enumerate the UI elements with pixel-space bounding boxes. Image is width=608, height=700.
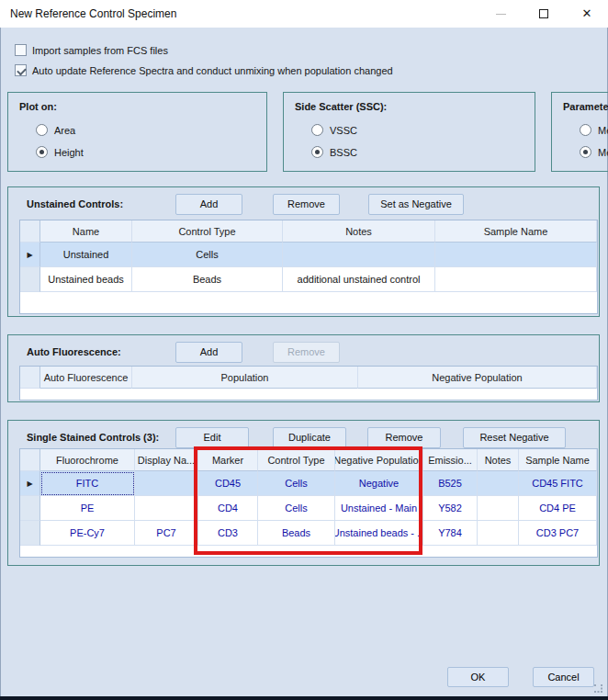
radio-bssc[interactable]: BSSC: [311, 145, 357, 159]
table-cell[interactable]: [478, 471, 519, 496]
edit-button[interactable]: Edit: [175, 427, 249, 448]
duplicate-button[interactable]: Duplicate: [273, 427, 346, 448]
remove-button[interactable]: Remove: [273, 342, 340, 363]
row-selector[interactable]: ▶: [20, 243, 40, 267]
radio-label: Height: [54, 147, 84, 158]
radio-label: Me: [598, 147, 608, 158]
table-cell[interactable]: Unstained: [40, 243, 132, 267]
radio-area[interactable]: Area: [36, 123, 75, 137]
radio-parameter-2[interactable]: Me: [580, 145, 608, 159]
table-cell[interactable]: Y582: [423, 496, 478, 521]
column-header[interactable]: Notes: [283, 220, 435, 243]
dialog-new-reference-control-specimen: New Reference Control Specimen ✕ Import …: [0, 0, 608, 700]
column-header[interactable]: Marker: [198, 449, 258, 471]
column-header[interactable]: Display Na...: [135, 449, 198, 471]
column-header[interactable]: Fluorochrome: [40, 449, 135, 471]
table-cell[interactable]: [283, 243, 435, 267]
column-header[interactable]: Sample Name: [519, 449, 597, 471]
add-button[interactable]: Add: [175, 342, 242, 363]
row-selector-header[interactable]: [20, 449, 40, 471]
auto-fluorescence-table[interactable]: Auto FluorescencePopulationNegative Popu…: [19, 366, 598, 401]
column-header[interactable]: Sample Name: [435, 220, 597, 243]
table-row: ▶FITCCD45CellsNegativeB525CD45 FITC: [20, 471, 597, 496]
column-header[interactable]: Emissio...: [423, 449, 478, 471]
add-button[interactable]: Add: [175, 194, 242, 215]
table-cell[interactable]: PC7: [135, 521, 198, 546]
column-header[interactable]: Control Type: [258, 449, 335, 471]
maximize-button[interactable]: [528, 0, 559, 28]
row-selector[interactable]: [20, 521, 40, 546]
table-cell[interactable]: Unstained beads - ...: [335, 521, 423, 546]
minimize-button[interactable]: [485, 0, 516, 28]
table-header-row: NameControl TypeNotesSample Name: [20, 220, 597, 243]
table-cell[interactable]: Negative: [335, 471, 423, 496]
row-selector-header[interactable]: [20, 367, 40, 389]
ok-button[interactable]: OK: [447, 667, 509, 687]
table-cell[interactable]: CD4: [198, 496, 258, 521]
table-cell[interactable]: Cells: [132, 243, 283, 267]
auto-fluorescence-section: Auto Fluorescence: Add Remove Auto Fluor…: [7, 334, 600, 402]
import-fcs-checkbox[interactable]: Import samples from FCS files: [15, 43, 168, 57]
column-header[interactable]: Notes: [478, 449, 519, 471]
table-cell[interactable]: Cells: [258, 471, 335, 496]
table-cell[interactable]: additional unstained control: [283, 267, 435, 292]
table-cell[interactable]: [478, 521, 519, 546]
table-cell[interactable]: Unstained - Main: [335, 496, 423, 521]
minimize-icon: [496, 14, 506, 15]
groupbox-title: Parameter: [563, 101, 608, 112]
row-selector[interactable]: [20, 267, 40, 292]
cancel-button[interactable]: Cancel: [533, 667, 594, 687]
unstained-controls-table[interactable]: NameControl TypeNotesSample Name▶Unstain…: [19, 220, 598, 314]
radio-icon: [36, 146, 48, 158]
table-cell[interactable]: PE-Cy7: [40, 521, 135, 546]
close-button[interactable]: ✕: [571, 0, 602, 28]
column-header[interactable]: Population: [132, 367, 358, 389]
column-header[interactable]: Control Type: [132, 220, 283, 243]
table-cell[interactable]: [478, 496, 519, 521]
table-cell[interactable]: [135, 496, 198, 521]
groupbox-side-scatter: Side Scatter (SSC): VSSC BSSC: [283, 92, 535, 172]
groupbox-title: Side Scatter (SSC):: [295, 101, 387, 112]
radio-label: BSSC: [330, 147, 357, 158]
table-cell[interactable]: Beads: [258, 521, 335, 546]
row-selector[interactable]: [20, 496, 40, 521]
column-header[interactable]: Name: [40, 220, 132, 243]
column-header[interactable]: Auto Fluorescence: [40, 367, 132, 389]
table-cell[interactable]: CD45: [198, 471, 258, 496]
auto-update-checkbox[interactable]: Auto update Reference Spectra and conduc…: [15, 63, 393, 77]
table-cell[interactable]: CD3 PC7: [519, 521, 597, 546]
section-title: Unstained Controls:: [27, 198, 123, 209]
single-stained-controls-table[interactable]: FluorochromeDisplay Na...MarkerControl T…: [19, 448, 598, 558]
set-as-negative-button[interactable]: Set as Negative: [368, 194, 464, 215]
groupbox-title: Plot on:: [19, 101, 57, 112]
table-cell[interactable]: Y784: [423, 521, 478, 546]
table-cell[interactable]: Cells: [258, 496, 335, 521]
radio-height[interactable]: Height: [36, 145, 84, 159]
radio-icon: [311, 124, 323, 136]
radio-parameter-1[interactable]: Me: [580, 123, 608, 137]
resize-grip[interactable]: [594, 684, 602, 693]
table-cell[interactable]: [435, 267, 597, 292]
close-icon: ✕: [582, 9, 592, 18]
table-cell[interactable]: Beads: [132, 267, 283, 292]
table-cell[interactable]: B525: [423, 471, 478, 496]
table-cell[interactable]: CD45 FITC: [519, 471, 597, 496]
radio-vssc[interactable]: VSSC: [311, 123, 357, 137]
remove-button[interactable]: Remove: [367, 427, 441, 448]
table-cell[interactable]: [135, 471, 198, 496]
radio-label: Area: [54, 125, 75, 136]
remove-button[interactable]: Remove: [273, 194, 340, 215]
table-cell[interactable]: CD3: [198, 521, 258, 546]
column-header[interactable]: Negative Population: [335, 449, 423, 471]
row-selector-header[interactable]: [20, 220, 40, 243]
column-header[interactable]: Negative Population: [358, 367, 597, 389]
table-cell[interactable]: [435, 243, 597, 267]
reset-negative-button[interactable]: Reset Negative: [463, 427, 566, 448]
table-cell[interactable]: PE: [40, 496, 135, 521]
row-selector[interactable]: ▶: [20, 471, 40, 496]
table-cell[interactable]: FITC: [40, 471, 135, 496]
table-cell[interactable]: CD4 PE: [519, 496, 597, 521]
section-title: Single Stained Controls (3):: [27, 432, 159, 443]
radio-icon: [580, 124, 591, 136]
table-cell[interactable]: Unstained beads: [40, 267, 132, 292]
